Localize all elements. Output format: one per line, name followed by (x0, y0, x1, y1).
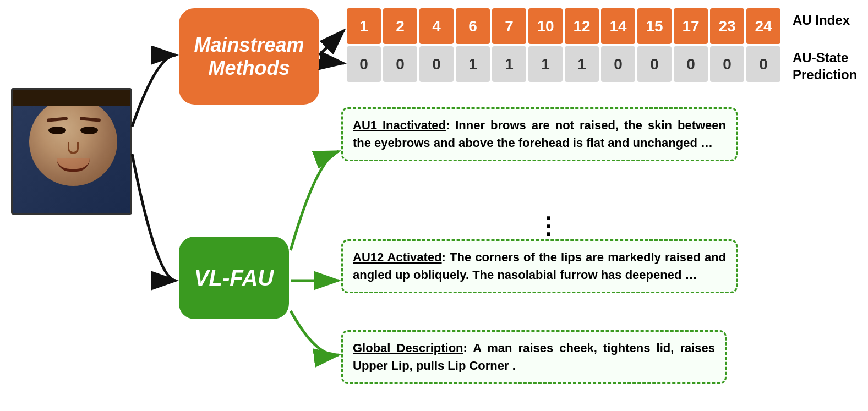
au-index-23: 23 (710, 8, 744, 44)
au-state-0-1: 0 (347, 46, 381, 82)
au-index-row: 1 2 4 6 7 10 12 14 15 17 23 24 AU Index (347, 8, 780, 44)
au-index-4: 4 (419, 8, 454, 44)
au-index-2: 2 (383, 8, 417, 44)
au-index-17: 17 (674, 8, 708, 44)
au-state-1-1: 1 (456, 46, 490, 82)
au-state-1-2: 1 (492, 46, 526, 82)
mainstream-methods-box: Mainstream Methods (179, 8, 319, 105)
desc-text-global: Global Description: A man raises cheek, … (353, 339, 715, 375)
au-index-7: 7 (492, 8, 526, 44)
au-index-14: 14 (601, 8, 635, 44)
au-table: 1 2 4 6 7 10 12 14 15 17 23 24 AU Index … (347, 8, 780, 84)
au-index-12: 12 (565, 8, 599, 44)
desc-bold-au12: AU12 Activated (353, 250, 442, 264)
au-index-10: 10 (528, 8, 563, 44)
ellipsis-dots: ⋮ (537, 215, 560, 238)
au-index-label: AU Index (793, 13, 850, 28)
au-state-1-3: 1 (528, 46, 563, 82)
desc-box-global: Global Description: A man raises cheek, … (341, 330, 727, 384)
mainstream-methods-label: Mainstream Methods (184, 34, 314, 79)
desc-bold-au1: AU1 Inactivated (353, 118, 446, 132)
vlfau-label: VL-FAU (194, 266, 274, 290)
au-state-row: 0 0 0 1 1 1 1 0 0 0 0 0 AU-StatePredicti… (347, 46, 780, 82)
face-image (11, 88, 132, 215)
au-index-24: 24 (746, 8, 780, 44)
au-state-0-6: 0 (674, 46, 708, 82)
au-state-0-7: 0 (710, 46, 744, 82)
au-state-0-2: 0 (383, 46, 417, 82)
desc-text-au12: AU12 Activated: The corners of the lips … (353, 249, 726, 284)
desc-text-au1: AU1 Inactivated: Inner brows are not rai… (353, 117, 726, 152)
diagram-container: Mainstream Methods VL-FAU 1 2 4 6 7 10 1… (0, 0, 868, 411)
au-index-1: 1 (347, 8, 381, 44)
au-index-6: 6 (456, 8, 490, 44)
au-state-0-5: 0 (637, 46, 672, 82)
desc-box-au12: AU12 Activated: The corners of the lips … (341, 239, 738, 293)
au-state-0-8: 0 (746, 46, 780, 82)
desc-box-au1: AU1 Inactivated: Inner brows are not rai… (341, 107, 738, 161)
au-state-0-4: 0 (601, 46, 635, 82)
desc-bold-global: Global Description (353, 341, 463, 355)
au-state-0-3: 0 (419, 46, 454, 82)
au-index-15: 15 (637, 8, 672, 44)
au-state-label: AU-StatePrediction (793, 49, 857, 83)
au-state-1-4: 1 (565, 46, 599, 82)
vlfau-box: VL-FAU (179, 237, 289, 319)
